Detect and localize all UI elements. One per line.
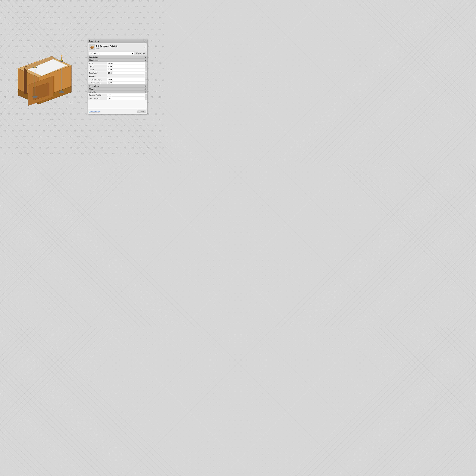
base-width-label: Base Width — [88, 72, 107, 74]
type-selector-row: Furniture (1) Edit Type — [88, 51, 147, 56]
svg-rect-25 — [137, 53, 137, 53]
item-header: RD_Synagogue Pulpit 02 Wood ▾ — [88, 43, 147, 51]
height-options-button[interactable]: ⋯ — [145, 68, 147, 71]
visibility-label: Visibility — [89, 91, 96, 93]
close-button[interactable]: × — [144, 40, 146, 42]
item-icon — [89, 44, 95, 50]
apply-button[interactable]: Apply — [137, 110, 146, 113]
candles-visibility-checkbox[interactable]: ✓ — [109, 94, 111, 96]
surface-offset-options-button[interactable]: ⋯ — [145, 81, 147, 84]
width-options-button[interactable]: ⋯ — [145, 62, 147, 65]
svg-marker-16 — [61, 56, 63, 61]
depth-label: Depth — [88, 65, 107, 68]
base-width-value[interactable]: 70.00 — [107, 72, 145, 74]
surface-group-row: ▶Surface ⋯ — [88, 75, 147, 78]
surface-offset-value[interactable]: 20.00 — [107, 82, 145, 84]
svg-rect-27 — [137, 53, 137, 54]
furniture-illustration — [9, 39, 80, 118]
panel-titlebar: Properties × — [88, 39, 147, 43]
item-info: RD_Synagogue Pulpit 02 Wood — [96, 45, 144, 49]
dropdown-arrow-icon[interactable]: ▾ — [144, 46, 146, 49]
phasing-collapse-icon[interactable]: ⇅ — [145, 88, 146, 90]
svg-point-13 — [32, 96, 38, 98]
base-width-row: Base Width 70.00 ⋯ — [88, 71, 147, 75]
edit-type-label: Edit Type — [138, 52, 145, 54]
cloth-visibility-label: Cloth Visibility — [88, 97, 107, 100]
depth-row: Depth 60.00 ⋯ — [88, 65, 147, 68]
surface-height-label: Surface Height — [88, 78, 107, 81]
panel-footer: Properties help Apply — [88, 109, 147, 114]
identity-data-collapse-icon[interactable]: ⇅ — [145, 85, 146, 87]
width-value[interactable]: 110.00 — [107, 62, 145, 64]
svg-rect-24 — [136, 53, 137, 53]
svg-rect-23 — [136, 52, 138, 54]
width-label: Width — [88, 62, 107, 64]
dimensions-label: Dimensions — [89, 59, 98, 61]
svg-point-17 — [61, 55, 62, 56]
candles-visibility-options-button[interactable]: ⋯ — [145, 94, 147, 97]
item-material: Wood — [96, 47, 144, 49]
cloth-visibility-options-button[interactable]: ⋯ — [145, 97, 147, 100]
constraints-section-header: Constraints ⇅ — [88, 56, 147, 59]
instance-type-dropdown[interactable]: Furniture (1) — [89, 52, 134, 55]
constraints-label: Constraints — [89, 56, 98, 58]
edit-type-button[interactable]: Edit Type — [135, 52, 146, 55]
dimensions-section-header: Dimensions ⇅ — [88, 59, 147, 62]
item-name: RD_Synagogue Pulpit 02 — [96, 45, 144, 47]
svg-marker-6 — [24, 66, 27, 94]
surface-expand-arrow[interactable]: ▶ — [89, 75, 90, 77]
surface-height-options-button[interactable]: ⋯ — [145, 78, 147, 81]
height-value[interactable]: 90.00 — [107, 68, 145, 71]
cloth-visibility-checkbox[interactable]: ✓ — [109, 97, 111, 99]
surface-offset-row: Surface Offset 20.00 ⋯ — [88, 81, 147, 85]
constraints-collapse-icon[interactable]: ⇅ — [145, 56, 146, 58]
surface-options-button[interactable]: ⋯ — [145, 75, 147, 78]
panel-title: Properties — [89, 40, 99, 42]
surface-group-value — [107, 76, 145, 77]
candles-visibility-value[interactable]: ✓ — [107, 94, 145, 96]
width-row: Width 110.00 ⋯ — [88, 62, 147, 65]
visibility-collapse-icon[interactable]: ⇅ — [145, 91, 146, 93]
phasing-section-header: Phasing ⇅ — [88, 87, 147, 90]
properties-panel: Properties × RD_Synagogue Pulpit 02 Wood… — [88, 39, 147, 114]
cloth-visibility-value[interactable]: ✓ — [107, 97, 145, 100]
identity-data-section-header: Identity Data ⇅ — [88, 85, 147, 87]
base-width-options-button[interactable]: ⋯ — [145, 71, 147, 74]
surface-offset-label: Surface Offset — [88, 82, 107, 84]
cloth-visibility-row: Cloth Visibility ✓ ⋯ — [88, 97, 147, 100]
dimensions-collapse-icon[interactable]: ⇅ — [145, 59, 146, 61]
height-row: Height 90.00 ⋯ — [88, 68, 147, 71]
identity-data-label: Identity Data — [89, 85, 99, 87]
candles-visibility-row: Candles Visibility ✓ ⋯ — [88, 93, 147, 97]
phasing-label: Phasing — [89, 88, 96, 90]
surface-height-value[interactable]: 15.00 — [107, 78, 145, 81]
surface-group-label[interactable]: ▶Surface — [88, 75, 107, 78]
svg-rect-26 — [136, 53, 137, 54]
surface-height-row: Surface Height 15.00 ⋯ — [88, 78, 147, 81]
panel-spacer — [88, 100, 147, 109]
visibility-section-header: Visibility ⇅ — [88, 90, 147, 93]
properties-help-link[interactable]: Properties help — [89, 111, 100, 112]
depth-options-button[interactable]: ⋯ — [145, 65, 147, 68]
item-thumbnail-icon — [90, 45, 94, 49]
height-label: Height — [88, 68, 107, 71]
edit-type-icon — [136, 52, 138, 54]
viewport-area — [0, 0, 86, 128]
depth-value[interactable]: 60.00 — [107, 65, 145, 68]
svg-point-18 — [59, 91, 64, 93]
candles-visibility-label: Candles Visibility — [88, 94, 107, 96]
